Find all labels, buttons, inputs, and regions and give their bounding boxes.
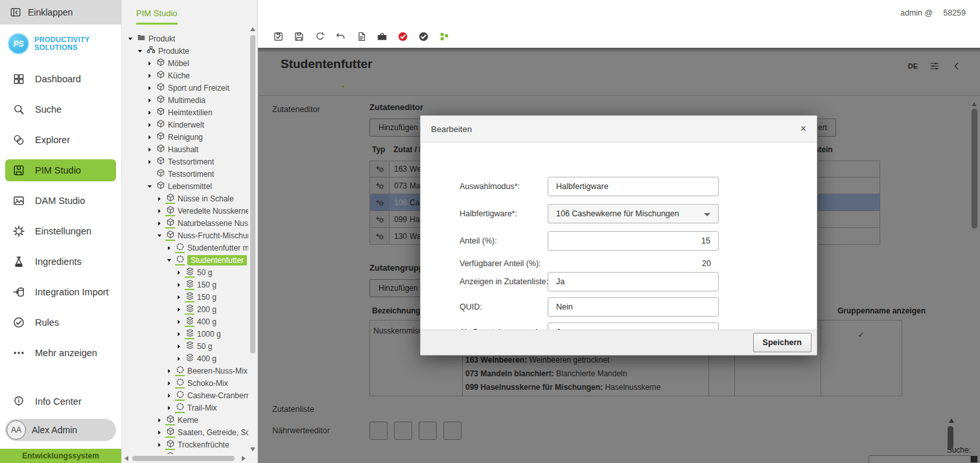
tree-item[interactable]: Saaten, Getreide, Sons bbox=[124, 426, 248, 438]
sidebar-nav-item[interactable]: Mehr anzeigen bbox=[5, 342, 116, 364]
tree-chevron-icon[interactable] bbox=[156, 454, 163, 455]
tree-chevron-icon[interactable] bbox=[176, 282, 182, 288]
toolbar-icon[interactable] bbox=[377, 31, 388, 42]
anteil-input[interactable] bbox=[548, 231, 719, 251]
tree-item[interactable]: Naturbelassene Nussk bbox=[124, 217, 248, 229]
tree-item[interactable]: Beeren-Nuss-Mix bbox=[124, 365, 248, 377]
tree-chevron-icon[interactable] bbox=[146, 73, 153, 79]
halbfertigware-select[interactable]: 106 Cashewkerne für Mischungen bbox=[548, 204, 719, 223]
sidebar-nav-item[interactable]: Dashboard bbox=[5, 68, 116, 90]
tree-horizontal-scrollbar[interactable] bbox=[123, 455, 247, 462]
toolbar-icon[interactable] bbox=[356, 31, 367, 42]
tree-item[interactable]: Kinderwelt bbox=[124, 119, 248, 131]
tree-item[interactable]: Reinigung bbox=[124, 131, 248, 143]
tree-chevron-icon[interactable] bbox=[176, 319, 182, 325]
anzeigen-input[interactable] bbox=[548, 272, 719, 291]
tree-item[interactable]: Haushalt bbox=[124, 143, 248, 155]
tree-chevron-icon[interactable] bbox=[156, 220, 163, 227]
sidebar-item-info-center[interactable]: Info Center bbox=[5, 390, 116, 412]
tree-chevron-icon[interactable] bbox=[156, 417, 163, 423]
sidebar-nav-item[interactable]: Einstellungen bbox=[5, 220, 116, 242]
close-icon[interactable]: × bbox=[800, 124, 806, 134]
tree-item[interactable]: Möbel bbox=[124, 57, 248, 69]
tree-item[interactable]: 50 g bbox=[124, 266, 248, 278]
tree-item[interactable]: Trail-Mix bbox=[124, 401, 248, 414]
scroll-down-arrow[interactable] bbox=[250, 447, 255, 451]
tree-item[interactable]: Nüsse in Schale bbox=[124, 192, 248, 205]
tree-chevron-icon[interactable] bbox=[156, 196, 163, 202]
tree-scroll-thumb-horizontal[interactable] bbox=[132, 456, 235, 461]
tree-chevron-icon[interactable] bbox=[176, 294, 182, 300]
sidebar-nav-item[interactable]: Explorer bbox=[5, 129, 116, 151]
tree-chevron-icon[interactable] bbox=[166, 380, 172, 387]
tree-item[interactable]: Trockenfrüchte bbox=[124, 438, 248, 451]
tree-chevron-icon[interactable] bbox=[156, 208, 163, 214]
tree-chevron-icon[interactable] bbox=[176, 356, 182, 362]
tree-chevron-icon[interactable] bbox=[146, 183, 153, 190]
sidebar-nav-item[interactable]: Integration Import bbox=[5, 281, 116, 303]
quid-input[interactable] bbox=[548, 297, 719, 317]
tree-chevron-icon[interactable] bbox=[146, 134, 153, 141]
tree-chevron-icon[interactable] bbox=[146, 146, 153, 153]
tree-item[interactable]: Kerne bbox=[124, 414, 248, 426]
tree-chevron-icon[interactable] bbox=[166, 368, 172, 374]
toolbar-icon[interactable] bbox=[397, 31, 408, 42]
tree-item[interactable]: 200 g bbox=[124, 303, 248, 315]
tree-item[interactable]: Multimedia bbox=[124, 94, 248, 106]
sidebar-nav-item[interactable]: Suche bbox=[5, 98, 116, 120]
tree-item[interactable]: Küche bbox=[124, 69, 248, 82]
toolbar-icon[interactable] bbox=[273, 31, 284, 42]
tree-item[interactable]: Produkt bbox=[124, 32, 248, 45]
tree-chevron-icon[interactable] bbox=[146, 97, 153, 104]
toolbar-icon[interactable] bbox=[314, 31, 325, 42]
toolbar-icon[interactable] bbox=[294, 31, 305, 42]
tree-item[interactable]: Sport und Freizeit bbox=[124, 82, 248, 94]
tree-chevron-icon[interactable] bbox=[146, 85, 153, 91]
tree-chevron-icon[interactable] bbox=[166, 405, 172, 411]
tree-chevron-icon[interactable] bbox=[176, 306, 182, 313]
tree-vertical-scrollbar[interactable] bbox=[250, 26, 256, 453]
tree-panel-tab[interactable]: PIM Studio bbox=[136, 8, 178, 25]
tree-chevron-icon[interactable] bbox=[137, 48, 143, 54]
tree-item[interactable]: Veredelte Nusskerne & bbox=[124, 205, 248, 217]
tree-chevron-icon[interactable] bbox=[146, 60, 153, 67]
tree-item[interactable]: Cashew-Cranberry- bbox=[124, 389, 248, 401]
tree-chevron-icon[interactable] bbox=[166, 245, 172, 251]
tree-item[interactable]: Studentenfutter bbox=[124, 254, 248, 266]
tree-item[interactable]: Testsortiment bbox=[124, 155, 248, 168]
sidebar-nav-item[interactable]: DAM Studio bbox=[5, 190, 116, 212]
tree-item[interactable]: 400 g bbox=[124, 315, 248, 328]
scroll-up-arrow[interactable] bbox=[250, 27, 255, 31]
tree-chevron-icon[interactable] bbox=[176, 343, 182, 350]
tree-chevron-icon[interactable] bbox=[156, 232, 163, 239]
scroll-right-arrow[interactable] bbox=[242, 456, 246, 461]
tree-item[interactable]: 150 g bbox=[124, 291, 248, 303]
tree-chevron-icon[interactable] bbox=[156, 429, 163, 436]
toolbar-icon[interactable] bbox=[439, 31, 450, 42]
scroll-left-arrow[interactable] bbox=[124, 456, 128, 461]
tree-chevron-icon[interactable] bbox=[146, 122, 153, 128]
tree-chevron-icon[interactable] bbox=[176, 269, 182, 276]
user-menu[interactable]: AA Alex Admin bbox=[5, 419, 116, 441]
tree-chevron-icon[interactable] bbox=[176, 331, 182, 337]
tree-chevron-icon[interactable] bbox=[166, 392, 172, 399]
tree-item[interactable]: Studentenfutter mi bbox=[124, 242, 248, 254]
tree-item[interactable]: Produkte bbox=[124, 45, 248, 57]
tree-chevron-icon[interactable] bbox=[146, 109, 153, 116]
tree-chevron-icon[interactable] bbox=[156, 442, 163, 448]
toolbar-icon[interactable] bbox=[335, 31, 346, 42]
sidebar-nav-item[interactable]: PIM Studio bbox=[5, 159, 116, 181]
sidebar-nav-item[interactable]: Ingredients bbox=[5, 251, 116, 273]
sidebar-nav-item[interactable]: Rules bbox=[5, 311, 116, 333]
save-button[interactable]: Speichern bbox=[753, 333, 811, 352]
tree-item[interactable]: 50 g bbox=[124, 340, 248, 352]
collapse-sidebar-button[interactable]: Einklappen bbox=[0, 0, 121, 25]
tree-item[interactable]: Testsortiment bbox=[124, 168, 248, 180]
tree-item[interactable]: Lebensmittel bbox=[124, 180, 248, 192]
tree-item[interactable]: Heimtextilien bbox=[124, 106, 248, 119]
tree-item[interactable]: Zucker bbox=[124, 451, 248, 454]
toolbar-icon[interactable] bbox=[418, 31, 429, 42]
auswahlmodus-input[interactable] bbox=[548, 177, 719, 196]
tree-item[interactable]: Schoko-Mix bbox=[124, 377, 248, 389]
tree-item[interactable]: 1000 g bbox=[124, 328, 248, 340]
